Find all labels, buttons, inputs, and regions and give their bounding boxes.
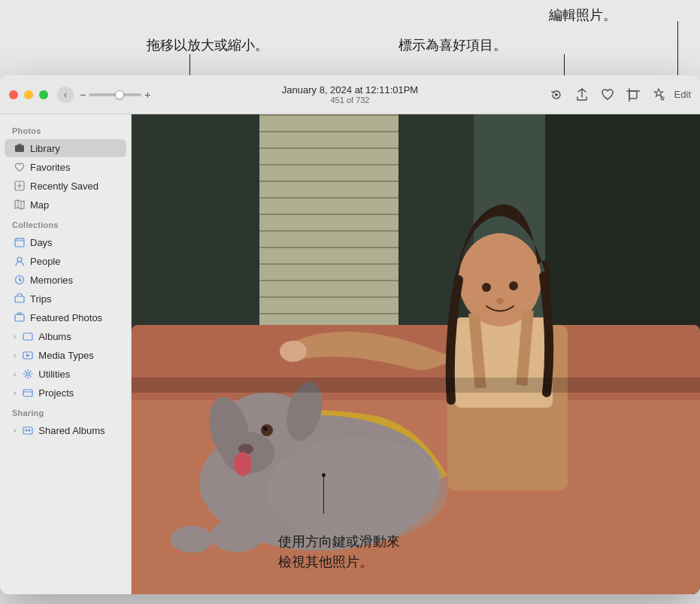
svg-point-0 [555,93,558,96]
featured-photos-icon [14,311,26,323]
favorite-callout-line [564,54,565,77]
zoom-slider-thumb [115,90,124,99]
svg-rect-3 [17,144,22,145]
back-button[interactable]: ‹ [57,87,74,103]
close-button[interactable] [9,90,18,99]
sidebar-label-media-types: Media Types [38,350,93,361]
days-icon [14,236,26,248]
people-icon [14,255,26,267]
content-area: Photos Library Favorites Recently Saved [0,114,700,594]
utilities-chevron: › [14,370,16,378]
sidebar-label-featured-photos: Featured Photos [30,312,102,323]
sidebar: Photos Library Favorites Recently Saved [0,114,132,594]
sidebar-item-albums[interactable]: › Albums [5,327,126,345]
albums-chevron: › [14,332,16,341]
titlebar: ‹ − + January 8, 2024 at 12:11:01PM 451 … [0,75,700,114]
sidebar-item-utilities[interactable]: › Utilities [5,365,126,383]
edit-callout-line [677,21,678,80]
shared-albums-icon [22,424,34,436]
svg-rect-1 [629,91,637,99]
svg-point-20 [26,372,29,375]
favorite-button[interactable] [598,85,617,105]
sidebar-item-recently-saved[interactable]: Recently Saved [5,177,126,195]
section-photos-title: Photos [0,120,131,138]
svg-rect-75 [132,114,700,594]
favorites-icon [14,161,26,173]
recently-saved-icon [14,180,26,192]
projects-chevron: › [14,389,16,397]
rotate-button[interactable] [547,85,566,105]
sidebar-item-map[interactable]: Map [5,196,126,214]
svg-point-23 [26,429,28,432]
annotation-drag: 拖移以放大或縮小。 [147,36,268,54]
svg-point-12 [17,257,22,262]
sidebar-label-people: People [30,256,60,267]
sidebar-item-trips[interactable]: Trips [5,290,126,308]
svg-rect-2 [15,145,24,152]
sidebar-label-shared-albums: Shared Albums [38,425,105,436]
zoom-control: − + [80,89,150,101]
svg-rect-17 [23,333,32,340]
annotation-favorite: 標示為喜好項目。 [398,36,507,54]
crop-button[interactable] [623,85,643,105]
sidebar-label-recently-saved: Recently Saved [30,181,98,192]
minimize-button[interactable] [24,90,33,99]
photo-area[interactable] [132,114,700,594]
edit-button[interactable]: Edit [674,89,691,100]
traffic-lights [9,90,48,99]
svg-marker-19 [26,354,30,357]
shared-albums-chevron: › [14,426,16,435]
sidebar-label-library: Library [30,143,60,154]
drag-callout-line [189,54,190,77]
svg-rect-16 [17,313,22,314]
library-icon [14,142,26,154]
zoom-slider[interactable] [89,93,141,96]
svg-rect-15 [15,314,24,321]
zoom-minus[interactable]: − [80,89,86,101]
photo-svg [132,114,700,594]
sidebar-item-memories[interactable]: Memories [5,271,126,289]
annotation-edit: 編輯照片。 [549,6,617,24]
photo-count: 451 of 732 [282,96,418,105]
utilities-icon [22,368,34,380]
maximize-button[interactable] [39,90,48,99]
memories-icon [14,274,26,286]
albums-icon [22,330,34,342]
main-window: ‹ − + January 8, 2024 at 12:11:01PM 451 … [0,75,700,594]
section-sharing-title: Sharing [0,402,131,420]
zoom-plus[interactable]: + [144,89,150,101]
svg-rect-22 [23,427,32,434]
sidebar-label-map: Map [30,199,49,211]
svg-rect-8 [15,238,24,247]
sidebar-label-days: Days [30,237,53,248]
title-center: January 8, 2024 at 12:11:01PM 451 of 732 [282,84,418,105]
media-types-icon [22,349,34,361]
sidebar-label-albums: Albums [38,331,71,342]
sidebar-item-library[interactable]: Library [5,139,126,157]
trips-icon [14,293,26,305]
sidebar-label-projects: Projects [38,387,74,399]
sidebar-item-featured-photos[interactable]: Featured Photos [5,308,126,326]
sidebar-item-people[interactable]: People [5,252,126,270]
sidebar-label-utilities: Utilities [38,369,70,380]
media-types-chevron: › [14,351,16,360]
share-button[interactable] [572,85,592,105]
sidebar-item-favorites[interactable]: Favorites [5,158,126,176]
svg-point-24 [29,429,31,432]
toolbar-right: Edit [547,85,691,105]
sidebar-item-days[interactable]: Days [5,233,126,251]
svg-rect-21 [23,390,32,396]
sidebar-label-trips: Trips [30,293,51,305]
photo-date: January 8, 2024 at 12:11:01PM [282,84,418,96]
sidebar-item-shared-albums[interactable]: › Shared Albums [5,421,126,439]
sidebar-item-media-types[interactable]: › Media Types [5,346,126,364]
sidebar-item-projects[interactable]: › Projects [5,384,126,402]
section-collections-title: Collections [0,214,131,232]
projects-icon [22,387,34,399]
svg-rect-14 [15,296,24,302]
auto-enhance-button[interactable] [649,85,668,105]
sidebar-label-memories: Memories [30,275,73,286]
map-icon [14,199,26,211]
sidebar-label-favorites: Favorites [30,162,70,173]
svg-marker-5 [15,200,24,209]
